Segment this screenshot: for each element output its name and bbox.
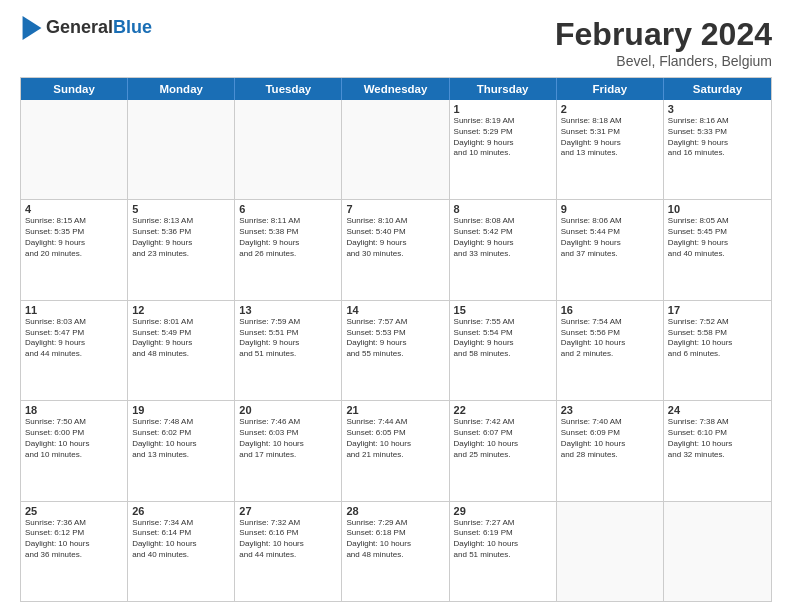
day-number: 10 [668, 203, 767, 215]
calendar-cell: 18Sunrise: 7:50 AM Sunset: 6:00 PM Dayli… [21, 401, 128, 500]
page-header: GeneralBlue February 2024 Bevel, Flander… [20, 16, 772, 69]
day-number: 17 [668, 304, 767, 316]
calendar-cell [557, 502, 664, 601]
calendar-cell: 10Sunrise: 8:05 AM Sunset: 5:45 PM Dayli… [664, 200, 771, 299]
calendar-cell: 22Sunrise: 7:42 AM Sunset: 6:07 PM Dayli… [450, 401, 557, 500]
calendar-header: SundayMondayTuesdayWednesdayThursdayFrid… [21, 78, 771, 100]
day-number: 27 [239, 505, 337, 517]
day-number: 18 [25, 404, 123, 416]
day-number: 3 [668, 103, 767, 115]
day-info: Sunrise: 7:34 AM Sunset: 6:14 PM Dayligh… [132, 518, 230, 561]
calendar-cell: 21Sunrise: 7:44 AM Sunset: 6:05 PM Dayli… [342, 401, 449, 500]
calendar-cell: 12Sunrise: 8:01 AM Sunset: 5:49 PM Dayli… [128, 301, 235, 400]
calendar-cell: 15Sunrise: 7:55 AM Sunset: 5:54 PM Dayli… [450, 301, 557, 400]
day-info: Sunrise: 8:15 AM Sunset: 5:35 PM Dayligh… [25, 216, 123, 259]
calendar-cell: 9Sunrise: 8:06 AM Sunset: 5:44 PM Daylig… [557, 200, 664, 299]
day-number: 25 [25, 505, 123, 517]
logo-icon [22, 16, 42, 40]
day-number: 8 [454, 203, 552, 215]
day-number: 1 [454, 103, 552, 115]
calendar-cell: 1Sunrise: 8:19 AM Sunset: 5:29 PM Daylig… [450, 100, 557, 199]
calendar-grid: SundayMondayTuesdayWednesdayThursdayFrid… [20, 77, 772, 602]
day-info: Sunrise: 7:52 AM Sunset: 5:58 PM Dayligh… [668, 317, 767, 360]
day-number: 13 [239, 304, 337, 316]
day-info: Sunrise: 7:36 AM Sunset: 6:12 PM Dayligh… [25, 518, 123, 561]
day-number: 12 [132, 304, 230, 316]
weekday-header: Thursday [450, 78, 557, 100]
day-info: Sunrise: 8:16 AM Sunset: 5:33 PM Dayligh… [668, 116, 767, 159]
day-info: Sunrise: 8:10 AM Sunset: 5:40 PM Dayligh… [346, 216, 444, 259]
day-info: Sunrise: 7:40 AM Sunset: 6:09 PM Dayligh… [561, 417, 659, 460]
location-subtitle: Bevel, Flanders, Belgium [555, 53, 772, 69]
title-block: February 2024 Bevel, Flanders, Belgium [555, 16, 772, 69]
calendar-cell [21, 100, 128, 199]
day-info: Sunrise: 7:29 AM Sunset: 6:18 PM Dayligh… [346, 518, 444, 561]
calendar-cell: 28Sunrise: 7:29 AM Sunset: 6:18 PM Dayli… [342, 502, 449, 601]
day-number: 6 [239, 203, 337, 215]
day-info: Sunrise: 7:55 AM Sunset: 5:54 PM Dayligh… [454, 317, 552, 360]
day-number: 24 [668, 404, 767, 416]
day-number: 15 [454, 304, 552, 316]
calendar-cell: 26Sunrise: 7:34 AM Sunset: 6:14 PM Dayli… [128, 502, 235, 601]
day-info: Sunrise: 8:13 AM Sunset: 5:36 PM Dayligh… [132, 216, 230, 259]
day-number: 19 [132, 404, 230, 416]
calendar-cell: 17Sunrise: 7:52 AM Sunset: 5:58 PM Dayli… [664, 301, 771, 400]
calendar-row: 4Sunrise: 8:15 AM Sunset: 5:35 PM Daylig… [21, 199, 771, 299]
day-info: Sunrise: 7:48 AM Sunset: 6:02 PM Dayligh… [132, 417, 230, 460]
day-info: Sunrise: 7:32 AM Sunset: 6:16 PM Dayligh… [239, 518, 337, 561]
calendar-row: 11Sunrise: 8:03 AM Sunset: 5:47 PM Dayli… [21, 300, 771, 400]
day-number: 5 [132, 203, 230, 215]
day-number: 26 [132, 505, 230, 517]
calendar-cell: 20Sunrise: 7:46 AM Sunset: 6:03 PM Dayli… [235, 401, 342, 500]
calendar-cell [128, 100, 235, 199]
calendar-cell: 11Sunrise: 8:03 AM Sunset: 5:47 PM Dayli… [21, 301, 128, 400]
calendar-cell: 25Sunrise: 7:36 AM Sunset: 6:12 PM Dayli… [21, 502, 128, 601]
weekday-header: Sunday [21, 78, 128, 100]
calendar-cell [342, 100, 449, 199]
weekday-header: Friday [557, 78, 664, 100]
weekday-header: Saturday [664, 78, 771, 100]
day-info: Sunrise: 8:06 AM Sunset: 5:44 PM Dayligh… [561, 216, 659, 259]
day-number: 20 [239, 404, 337, 416]
month-year-title: February 2024 [555, 16, 772, 53]
day-number: 16 [561, 304, 659, 316]
calendar-cell: 8Sunrise: 8:08 AM Sunset: 5:42 PM Daylig… [450, 200, 557, 299]
calendar-row: 25Sunrise: 7:36 AM Sunset: 6:12 PM Dayli… [21, 501, 771, 601]
day-info: Sunrise: 8:11 AM Sunset: 5:38 PM Dayligh… [239, 216, 337, 259]
day-info: Sunrise: 7:54 AM Sunset: 5:56 PM Dayligh… [561, 317, 659, 360]
day-info: Sunrise: 7:50 AM Sunset: 6:00 PM Dayligh… [25, 417, 123, 460]
logo-blue: Blue [113, 17, 152, 37]
day-number: 14 [346, 304, 444, 316]
day-info: Sunrise: 7:57 AM Sunset: 5:53 PM Dayligh… [346, 317, 444, 360]
day-info: Sunrise: 7:27 AM Sunset: 6:19 PM Dayligh… [454, 518, 552, 561]
logo: GeneralBlue [20, 16, 152, 40]
calendar-cell: 3Sunrise: 8:16 AM Sunset: 5:33 PM Daylig… [664, 100, 771, 199]
logo-general: General [46, 17, 113, 37]
day-info: Sunrise: 7:46 AM Sunset: 6:03 PM Dayligh… [239, 417, 337, 460]
day-info: Sunrise: 8:03 AM Sunset: 5:47 PM Dayligh… [25, 317, 123, 360]
day-number: 21 [346, 404, 444, 416]
calendar-cell: 19Sunrise: 7:48 AM Sunset: 6:02 PM Dayli… [128, 401, 235, 500]
calendar-page: GeneralBlue February 2024 Bevel, Flander… [0, 0, 792, 612]
calendar-cell: 29Sunrise: 7:27 AM Sunset: 6:19 PM Dayli… [450, 502, 557, 601]
day-info: Sunrise: 8:01 AM Sunset: 5:49 PM Dayligh… [132, 317, 230, 360]
calendar-cell: 4Sunrise: 8:15 AM Sunset: 5:35 PM Daylig… [21, 200, 128, 299]
day-info: Sunrise: 7:44 AM Sunset: 6:05 PM Dayligh… [346, 417, 444, 460]
weekday-header: Wednesday [342, 78, 449, 100]
weekday-header: Monday [128, 78, 235, 100]
calendar-cell: 14Sunrise: 7:57 AM Sunset: 5:53 PM Dayli… [342, 301, 449, 400]
calendar-cell [664, 502, 771, 601]
svg-marker-0 [23, 16, 42, 40]
calendar-cell: 24Sunrise: 7:38 AM Sunset: 6:10 PM Dayli… [664, 401, 771, 500]
weekday-header: Tuesday [235, 78, 342, 100]
day-number: 4 [25, 203, 123, 215]
day-number: 7 [346, 203, 444, 215]
calendar-cell: 5Sunrise: 8:13 AM Sunset: 5:36 PM Daylig… [128, 200, 235, 299]
calendar-cell [235, 100, 342, 199]
day-number: 2 [561, 103, 659, 115]
day-info: Sunrise: 8:18 AM Sunset: 5:31 PM Dayligh… [561, 116, 659, 159]
day-info: Sunrise: 8:05 AM Sunset: 5:45 PM Dayligh… [668, 216, 767, 259]
calendar-cell: 27Sunrise: 7:32 AM Sunset: 6:16 PM Dayli… [235, 502, 342, 601]
day-info: Sunrise: 8:19 AM Sunset: 5:29 PM Dayligh… [454, 116, 552, 159]
day-number: 9 [561, 203, 659, 215]
